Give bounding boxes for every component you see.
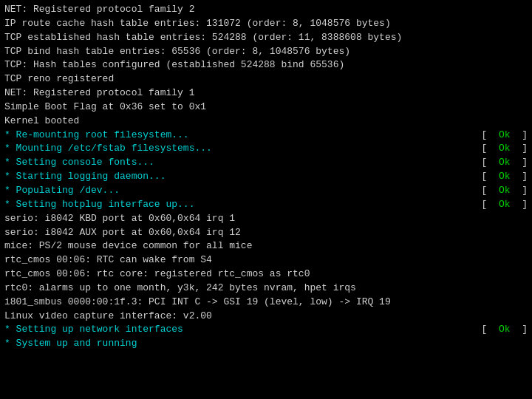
ok-text: Ok — [499, 199, 511, 210]
terminal-line-3: TCP bind hash table entries: 65536 (orde… — [4, 45, 528, 59]
ok-text: Ok — [499, 129, 511, 140]
terminal-line-21: rtc0: alarms up to one month, y3k, 242 b… — [4, 282, 528, 296]
status-line-14: * Setting hotplug interface up...[ Ok ] — [4, 198, 528, 212]
status-text: * Setting up network interfaces — [4, 323, 183, 337]
terminal-line-17: serio: i8042 AUX port at 0x60,0x64 irq 1… — [4, 226, 528, 240]
status-text: * Re-mounting root filesystem... — [4, 129, 189, 143]
terminal-line-5: TCP reno registered — [4, 72, 528, 86]
status-line-25: * Setting up network interfaces[ Ok ] — [4, 323, 528, 337]
status-line-9: * Re-mounting root filesystem...[ Ok ] — [4, 129, 528, 143]
terminal-line-18: mice: PS/2 mouse device common for all m… — [4, 239, 528, 253]
ok-bracket: [ Ok ] — [482, 323, 528, 337]
terminal-line-0: NET: Registered protocol family 2 — [4, 3, 528, 17]
status-text: * Setting console fonts... — [4, 156, 154, 170]
ok-bracket: [ Ok ] — [482, 198, 528, 212]
terminal-line-19: rtc_cmos 00:06: RTC can wake from S4 — [4, 253, 528, 267]
ok-bracket: [ Ok ] — [482, 170, 528, 184]
status-text: * Mounting /etc/fstab filesystems... — [4, 142, 212, 156]
terminal-line-16: serio: i8042 KBD port at 0x60,0x64 irq 1 — [4, 212, 528, 226]
terminal-line-20: rtc_cmos 00:06: rtc core: registered rtc… — [4, 267, 528, 282]
status-line-10: * Mounting /etc/fstab filesystems...[ Ok… — [4, 142, 528, 156]
ok-bracket: [ Ok ] — [482, 156, 528, 170]
terminal-line-4: TCP: Hash tables configured (established… — [4, 58, 528, 72]
terminal-line-22: i801_smbus 0000:00:1f.3: PCI INT C -> GS… — [4, 296, 528, 310]
ok-text: Ok — [499, 324, 511, 335]
terminal-line-6: NET: Registered protocol family 1 — [4, 86, 528, 100]
status-text: * Populating /dev... — [4, 184, 120, 198]
status-text: * Starting logging daemon... — [4, 170, 166, 184]
status-line-11: * Setting console fonts...[ Ok ] — [4, 156, 528, 170]
ok-bracket: [ Ok ] — [482, 184, 528, 198]
ok-bracket: [ Ok ] — [482, 142, 528, 156]
ok-text: Ok — [499, 157, 511, 168]
ok-text: Ok — [499, 143, 511, 154]
terminal-line-7: Simple Boot Flag at 0x36 set to 0x1 — [4, 100, 528, 115]
terminal-output: NET: Registered protocol family 2IP rout… — [0, 0, 532, 399]
status-text: * Setting hotplug interface up... — [4, 198, 194, 212]
terminal-line-1: IP route cache hash table entries: 13107… — [4, 17, 528, 31]
terminal-line-23: Linux video capture interface: v2.00 — [4, 310, 528, 324]
terminal-line-26: * System up and running — [4, 337, 528, 351]
ok-text: Ok — [499, 171, 511, 182]
terminal-line-2: TCP established hash table entries: 5242… — [4, 31, 528, 45]
ok-text: Ok — [499, 185, 511, 196]
terminal-line-8: Kernel booted — [4, 115, 528, 129]
status-line-13: * Populating /dev...[ Ok ] — [4, 184, 528, 198]
ok-bracket: [ Ok ] — [482, 129, 528, 143]
status-line-12: * Starting logging daemon...[ Ok ] — [4, 170, 528, 184]
